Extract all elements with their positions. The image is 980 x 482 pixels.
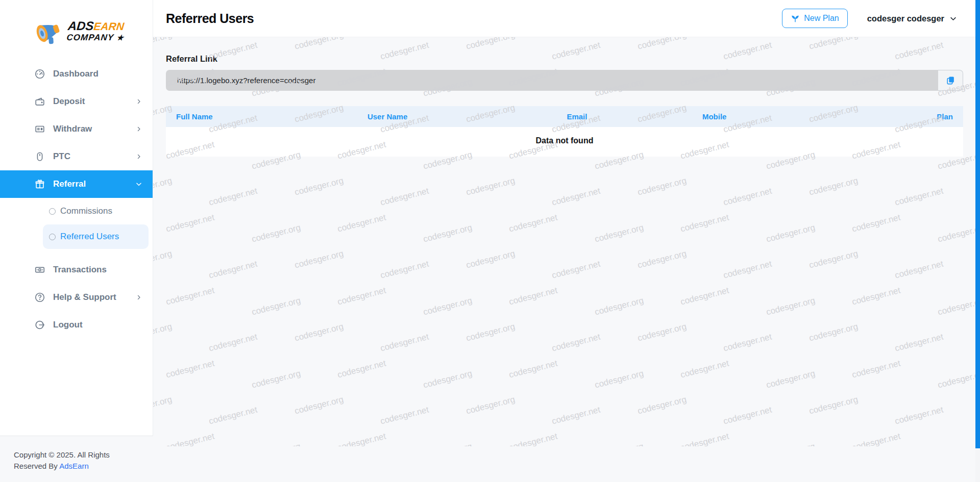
new-plan-label: New Plan (804, 14, 839, 23)
logout-icon (34, 319, 46, 331)
sidebar-item-dashboard[interactable]: Dashboard (0, 60, 153, 88)
user-name: codesger codesger (867, 14, 944, 23)
megaphone-icon (30, 14, 66, 47)
topbar: Referred Users New Plan codesger codesge… (153, 0, 980, 37)
left-column: ADSEARN COMPANY ★ Dashboard Deposit (0, 0, 153, 482)
empty-state-text: Data not found (166, 127, 963, 157)
copy-button[interactable] (938, 70, 963, 91)
copyright-footer: Copyright © 2025. All Rights Reserved By… (0, 436, 153, 472)
referral-link-input[interactable] (166, 70, 938, 91)
sidebar-item-logout[interactable]: Logout (0, 311, 153, 339)
page-title: Referred Users (166, 11, 254, 26)
sidebar-item-help-support[interactable]: Help & Support (0, 284, 153, 311)
chevron-right-icon (135, 125, 142, 133)
sidebar-subitem-commissions[interactable]: Commissions (43, 199, 149, 223)
main-area: Referred Users New Plan codesger codesge… (153, 0, 980, 482)
sidebar-item-label: Deposit (53, 96, 135, 107)
sidebar-item-label: Dashboard (53, 69, 142, 79)
sidebar-subitem-referred-users[interactable]: Referred Users (43, 224, 149, 249)
column-header-mobile: Mobile (692, 106, 899, 127)
table-header-row: Full Name User Name Email Mobile Plan (166, 106, 963, 127)
seedling-icon (791, 14, 800, 23)
copy-icon (946, 75, 955, 85)
sidebar-subitem-label: Commissions (60, 206, 112, 216)
sidebar-item-label: Logout (53, 320, 142, 330)
mouse-icon (34, 150, 46, 163)
brand-logo[interactable]: ADSEARN COMPANY ★ (0, 0, 153, 53)
sidebar-item-withdraw[interactable]: Withdraw (0, 115, 153, 143)
table-empty-row: Data not found (166, 127, 963, 157)
content: Referral Link Full Name User Name Email … (153, 37, 980, 482)
card-icon (34, 123, 46, 135)
sidebar-subitem-label: Referred Users (60, 232, 119, 242)
sidebar-item-referral[interactable]: Referral (0, 170, 153, 198)
referred-users-table: Full Name User Name Email Mobile Plan Da… (166, 106, 963, 157)
chevron-down-icon (135, 181, 142, 188)
sidebar-item-label: Withdraw (53, 124, 135, 134)
sidebar-item-transactions[interactable]: Transactions (0, 256, 153, 284)
column-header-plan: Plan (899, 106, 963, 127)
sidebar-item-label: Transactions (53, 265, 142, 275)
question-circle-icon (34, 291, 46, 303)
chevron-right-icon (135, 98, 142, 105)
column-header-full-name: Full Name (166, 106, 357, 127)
sidebar-item-ptc[interactable]: PTC (0, 143, 153, 170)
scrollbar-thumb[interactable] (975, 0, 980, 448)
sidebar-item-label: Help & Support (53, 292, 135, 302)
scrollbar-track[interactable] (975, 0, 980, 482)
column-header-email: Email (556, 106, 692, 127)
chevron-right-icon (135, 294, 142, 301)
star-icon: ★ (116, 33, 125, 42)
chevron-down-icon (949, 15, 957, 22)
brand-ads: ADS (67, 19, 95, 33)
chevron-right-icon (135, 153, 142, 160)
banknote-icon (34, 264, 46, 276)
copyright-line2: Reserved By AdsEarn (14, 461, 153, 472)
brand-name: ADSEARN COMPANY ★ (66, 20, 126, 42)
sidebar-nav: Dashboard Deposit Withdraw (0, 60, 153, 339)
column-header-user-name: User Name (357, 106, 557, 127)
circle-icon (49, 208, 56, 215)
referral-link-label: Referral Link (166, 54, 963, 64)
copyright-line1: Copyright © 2025. All Rights (14, 449, 153, 461)
sidebar-item-label: PTC (53, 151, 135, 162)
app-window: ADSEARN COMPANY ★ Dashboard Deposit (0, 0, 980, 482)
user-menu[interactable]: codesger codesger (867, 14, 957, 23)
brand-earn: EARN (93, 20, 125, 32)
sidebar-item-label: Referral (53, 179, 135, 189)
wallet-icon (34, 95, 46, 108)
referral-link-group (166, 70, 963, 91)
new-plan-button[interactable]: New Plan (782, 9, 847, 28)
gauge-icon (34, 68, 46, 80)
brand-company: COMPANY (66, 33, 114, 42)
sidebar: ADSEARN COMPANY ★ Dashboard Deposit (0, 0, 153, 436)
gift-icon (34, 178, 46, 190)
adsearn-link[interactable]: AdsEarn (59, 462, 89, 470)
sidebar-item-deposit[interactable]: Deposit (0, 88, 153, 115)
circle-icon (49, 234, 56, 240)
